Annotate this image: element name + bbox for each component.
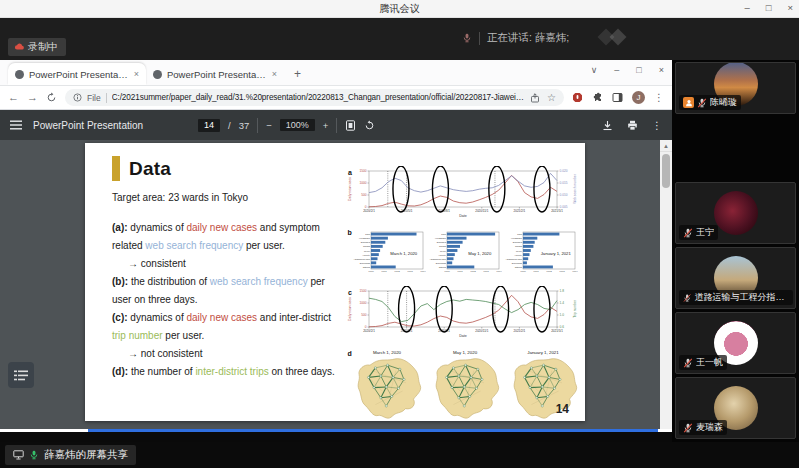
- host-badge-icon: [683, 97, 694, 108]
- participant-tile[interactable]: 王一帆: [675, 312, 796, 374]
- slide-text-segment: per user.: [163, 330, 205, 341]
- browser-tab-2[interactable]: PowerPoint Presentation ×: [146, 63, 284, 85]
- mic-muted-icon: [683, 293, 691, 303]
- participant-tile[interactable]: 王宁: [675, 182, 796, 244]
- zoom-out-icon[interactable]: −: [266, 120, 272, 131]
- scrollbar-thumb[interactable]: [662, 154, 670, 188]
- recording-cloud-icon: [14, 42, 24, 52]
- list-icon: [14, 370, 28, 381]
- svg-text:1000: 1000: [359, 181, 366, 185]
- browser-menu-icon[interactable]: ⋮: [654, 92, 664, 103]
- bookmark-star-icon[interactable]: ☆: [547, 92, 556, 103]
- pdf-toolbar: PowerPoint Presentation / 37 − 100% +: [0, 110, 672, 140]
- recording-badge[interactable]: 录制中: [8, 38, 66, 56]
- reload-icon[interactable]: [46, 92, 57, 103]
- tab-close-icon[interactable]: ×: [134, 69, 139, 79]
- profile-avatar[interactable]: J: [632, 91, 645, 104]
- window-controls: – □ ×: [744, 2, 793, 13]
- bar-chart-svg: bPainHeadacheDiarrheaCoughFeverAnxietyAb…: [347, 227, 579, 279]
- slide-text-segment: trip number: [112, 330, 163, 341]
- participant-tile[interactable]: 麦瑞森: [675, 377, 796, 439]
- forward-icon[interactable]: →: [27, 92, 38, 103]
- info-icon[interactable]: [73, 93, 82, 102]
- tab-search-chevron-icon[interactable]: ∨: [591, 65, 598, 75]
- figure-a-cases-vs-web-search: a0500100015000.0050.0100.0150.020Daily n…: [347, 166, 579, 224]
- zoom-level[interactable]: 100%: [280, 119, 315, 131]
- share-icon[interactable]: [530, 93, 540, 103]
- scroll-up-icon[interactable]: ▲: [660, 140, 672, 152]
- participant-name-badge: 王一帆: [679, 355, 727, 370]
- svg-text:May 1, 2020: May 1, 2020: [468, 251, 492, 256]
- svg-text:Anxiety: Anxiety: [362, 254, 371, 257]
- participant-tile[interactable]: 陈晞璇: [675, 62, 796, 114]
- browser-minimize-icon[interactable]: –: [614, 65, 619, 75]
- slide-text-segment: user on three days.: [112, 294, 198, 305]
- svg-text:Cough: Cough: [363, 245, 371, 248]
- adblock-extension-icon[interactable]: [572, 92, 583, 103]
- participant-name: 麦瑞森: [696, 421, 723, 434]
- print-icon[interactable]: [627, 120, 638, 131]
- slide-text-line: (c): dynamics of daily new cases and int…: [112, 310, 348, 325]
- slide-text-line: trip number per user.: [112, 328, 348, 343]
- svg-text:2020/11/1: 2020/11/1: [475, 329, 488, 333]
- svg-text:0.002: 0.002: [470, 270, 476, 272]
- slide-text-line: Target area: 23 wards in Tokyo: [112, 190, 348, 205]
- meeting-watermark-logo: [596, 27, 632, 49]
- tab-close-icon[interactable]: ×: [272, 69, 277, 79]
- figure-b-symptom-distribution: bPainHeadacheDiarrheaCoughFeverAnxietyAb…: [347, 227, 579, 283]
- rotate-icon[interactable]: [364, 120, 375, 131]
- slide-text-segment: dynamics of: [128, 222, 187, 233]
- page-separator: /: [228, 120, 231, 131]
- slide-text-segment: Target area: 23 wards in Tokyo: [112, 192, 248, 203]
- participants-sidebar: 陈晞璇薛嘉炜王宁道路运输与工程分指委—胡..王一帆麦瑞森: [672, 60, 799, 442]
- svg-text:2021/5/1: 2021/5/1: [551, 209, 563, 213]
- maximize-icon[interactable]: □: [766, 2, 772, 13]
- main-area: PowerPoint Presentation × PowerPoint Pre…: [0, 60, 799, 442]
- download-icon[interactable]: [602, 120, 613, 131]
- fit-page-icon[interactable]: [345, 120, 356, 131]
- slide-text-segment: → not consistent: [128, 348, 202, 359]
- pdf-menu-icon[interactable]: [10, 120, 22, 130]
- new-tab-button[interactable]: +: [294, 69, 301, 79]
- svg-text:Diarrhea: Diarrhea: [361, 241, 371, 244]
- svg-text:0.002: 0.002: [394, 270, 400, 272]
- svg-text:0.010: 0.010: [560, 193, 568, 197]
- page-number-input[interactable]: [198, 119, 220, 132]
- pdf-scrollbar[interactable]: ▲: [660, 140, 672, 429]
- browser-close-icon[interactable]: ×: [659, 65, 664, 75]
- slide-text-line: (d): the number of inter-district trips …: [112, 364, 348, 379]
- participant-name: 道路运输与工程分指委—胡..: [694, 291, 789, 304]
- svg-text:0.002: 0.002: [546, 270, 552, 272]
- browser-tab-1[interactable]: PowerPoint Presentation ×: [8, 63, 146, 85]
- svg-text:500: 500: [361, 313, 367, 317]
- slide-text-segment: and symptom: [257, 222, 320, 233]
- back-icon[interactable]: ←: [8, 92, 19, 103]
- svg-text:Others: Others: [515, 266, 523, 269]
- svg-text:2020/2/1: 2020/2/1: [363, 209, 375, 213]
- pdf-more-icon[interactable]: ⋮: [652, 120, 662, 131]
- slide-text-line: related web search frequency per user.: [112, 238, 348, 253]
- slide-text-segment: (c):: [112, 312, 128, 323]
- line-chart-svg: c0500100015000.61.01.41.8Daily new cases…: [347, 286, 579, 340]
- browser-maximize-icon[interactable]: □: [636, 65, 641, 75]
- svg-text:0.004: 0.004: [420, 270, 426, 272]
- omnibox[interactable]: File C:/2021summer/paper_daily_read/31.%…: [65, 89, 564, 106]
- close-icon[interactable]: ×: [787, 2, 793, 13]
- side-panel-icon[interactable]: [612, 92, 623, 103]
- extensions-puzzle-icon[interactable]: [592, 92, 603, 103]
- slide-text-segment: → consistent: [128, 258, 186, 269]
- minimize-icon[interactable]: –: [744, 2, 749, 13]
- participant-name: 王一帆: [696, 356, 723, 369]
- svg-text:Others: Others: [363, 266, 371, 269]
- slide-text-segment: daily new cases: [186, 312, 257, 323]
- slide-text-column: Target area: 23 wards in Tokyo(a): dynam…: [112, 190, 348, 379]
- svg-text:2020/11/1: 2020/11/1: [475, 209, 488, 213]
- svg-text:Pain: Pain: [517, 233, 522, 236]
- meeting-list-float-button[interactable]: [8, 362, 34, 388]
- url-text[interactable]: C:/2021summer/paper_daily_read/31.%20pre…: [112, 93, 525, 102]
- zoom-in-icon[interactable]: +: [323, 120, 329, 131]
- svg-text:0.020: 0.020: [560, 169, 568, 173]
- svg-text:Anxiety: Anxiety: [514, 254, 523, 257]
- participant-tile[interactable]: 道路运输与工程分指委—胡..: [675, 247, 796, 309]
- omnibox-actions: ☆: [530, 92, 556, 103]
